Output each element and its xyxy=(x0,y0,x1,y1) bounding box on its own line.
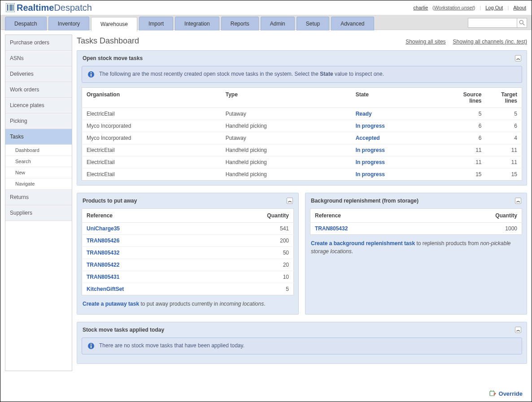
tab-advanced[interactable]: Advanced xyxy=(331,17,374,30)
reference-link[interactable]: TRAN805432 xyxy=(87,250,119,256)
panel-applied-today: Stock move tasks applied today ︽ There a… xyxy=(77,322,527,364)
about-link[interactable]: About xyxy=(513,5,526,10)
table-row: KitchenGiftSet5 xyxy=(82,283,294,295)
col-source-lines: Source lines xyxy=(450,88,486,108)
cell-type: Handheld picking xyxy=(221,144,351,156)
create-replenishment-task-link[interactable]: Create a background replenishment task xyxy=(311,240,415,246)
page-title: Tasks Dashboard xyxy=(77,36,139,46)
override-button[interactable]: Override xyxy=(489,389,523,398)
cell-org: ElectricEtail xyxy=(82,108,221,120)
table-row: TRAN80543110 xyxy=(82,271,294,283)
sidebar-sub-dashboard[interactable]: Dashboard xyxy=(5,145,72,156)
separator: | xyxy=(507,5,509,10)
cell-qty: 200 xyxy=(209,235,294,247)
putaway-note: Create a putaway task to put away produc… xyxy=(82,295,294,310)
sidebar-sub-search[interactable]: Search xyxy=(5,156,72,167)
cell-qty: 541 xyxy=(209,223,294,235)
cell-ref: TRAN805432 xyxy=(82,247,209,259)
reference-link[interactable]: TRAN805422 xyxy=(87,262,119,268)
table-row: UniCharge35541 xyxy=(82,223,294,235)
logo[interactable]: RealtimeDespatch xyxy=(6,3,92,13)
col-quantity: Quantity xyxy=(209,209,294,223)
sidebar-sub-new[interactable]: New xyxy=(5,167,72,178)
state-link[interactable]: Accepted xyxy=(356,135,380,141)
col-reference: Reference xyxy=(82,209,209,223)
sidebar: Purchase ordersASNsDeliveriesWork orders… xyxy=(5,35,72,371)
state-link[interactable]: In progress xyxy=(356,147,385,153)
info-text: There are no stock move tasks that have … xyxy=(99,342,244,349)
search-input[interactable] xyxy=(468,18,517,28)
panel-title: Open stock move tasks xyxy=(83,55,143,61)
cell-type: Putaway xyxy=(221,108,351,120)
user-link[interactable]: charlie xyxy=(414,5,428,10)
panel-title: Stock move tasks applied today xyxy=(83,327,164,333)
state-link[interactable]: Ready xyxy=(356,111,372,117)
tab-warehouse[interactable]: Warehouse xyxy=(91,17,137,31)
tab-integration[interactable]: Integration xyxy=(175,17,219,30)
tabbar: DespatchInventoryWarehouseImportIntegrat… xyxy=(0,15,532,30)
cell-state: Ready xyxy=(351,108,450,120)
sidebar-item-tasks[interactable]: Tasks xyxy=(5,129,72,145)
col-organisation: Organisation xyxy=(82,88,221,108)
tab-despatch[interactable]: Despatch xyxy=(5,17,47,30)
tab-reports[interactable]: Reports xyxy=(221,17,259,30)
sidebar-sub-navigate[interactable]: Navigate xyxy=(5,178,72,190)
collapse-icon[interactable]: ︽ xyxy=(515,198,521,204)
state-link[interactable]: In progress xyxy=(356,123,385,129)
col-quantity: Quantity xyxy=(432,209,522,223)
sidebar-item-suppliers[interactable]: Suppliers xyxy=(5,205,72,221)
cell-tgt: 11 xyxy=(486,156,522,169)
main-content: Tasks Dashboard Showing all sites Showin… xyxy=(77,35,527,371)
search-icon[interactable] xyxy=(517,18,527,28)
cell-type: Handheld picking xyxy=(221,156,351,169)
putaway-table: Reference Quantity UniCharge35541TRAN805… xyxy=(82,208,294,295)
tab-setup[interactable]: Setup xyxy=(297,17,329,30)
sidebar-item-picking[interactable]: Picking xyxy=(5,113,72,129)
collapse-icon[interactable]: ︽ xyxy=(515,327,521,333)
reference-link[interactable]: TRAN805426 xyxy=(87,238,119,244)
sidebar-item-returns[interactable]: Returns xyxy=(5,190,72,205)
cell-state: In progress xyxy=(351,156,450,169)
state-link[interactable]: In progress xyxy=(356,159,385,165)
cell-qty: 50 xyxy=(209,247,294,259)
cell-state: In progress xyxy=(351,120,450,132)
collapse-icon[interactable]: ︽ xyxy=(515,55,521,61)
svg-rect-2 xyxy=(9,4,9,11)
reference-link[interactable]: TRAN805432 xyxy=(315,225,348,232)
reference-link[interactable]: TRAN805431 xyxy=(87,274,119,280)
tab-admin[interactable]: Admin xyxy=(261,17,295,30)
panel-title: Background replenishment (from storage) xyxy=(311,198,419,204)
barcode-icon xyxy=(6,3,15,12)
svg-rect-4 xyxy=(13,4,13,11)
state-link[interactable]: In progress xyxy=(356,171,385,177)
logout-link[interactable]: Log Out xyxy=(485,5,503,10)
table-row: TRAN80542220 xyxy=(82,259,294,271)
cell-state: In progress xyxy=(351,169,450,181)
sidebar-item-purchase-orders[interactable]: Purchase orders xyxy=(5,35,72,51)
cell-type: Handheld picking xyxy=(221,120,351,132)
cell-ref: TRAN805422 xyxy=(82,259,209,271)
cell-src: 11 xyxy=(450,144,486,156)
cell-org: ElectricEtail xyxy=(82,144,221,156)
reference-link[interactable]: KitchenGiftSet xyxy=(87,286,124,292)
cell-ref: KitchenGiftSet xyxy=(82,283,209,295)
sidebar-item-work-orders[interactable]: Work orders xyxy=(5,82,72,98)
replen-note: Create a background replenishment task t… xyxy=(310,235,522,257)
col-target-lines: Target lines xyxy=(486,88,522,108)
tab-inventory[interactable]: Inventory xyxy=(48,17,89,30)
reference-link[interactable]: UniCharge35 xyxy=(87,225,120,232)
replen-table: Reference Quantity TRAN8054321000 xyxy=(310,208,522,235)
sidebar-item-licence-plates[interactable]: Licence plates xyxy=(5,98,72,113)
sidebar-item-asns[interactable]: ASNs xyxy=(5,51,72,66)
collapse-icon[interactable]: ︽ xyxy=(287,198,293,204)
filter-channels-link[interactable]: Showing all channels (inc. test) xyxy=(453,39,527,45)
filter-sites-link[interactable]: Showing all sites xyxy=(406,39,445,45)
sidebar-item-deliveries[interactable]: Deliveries xyxy=(5,66,72,82)
col-type: Type xyxy=(221,88,351,108)
tab-import[interactable]: Import xyxy=(139,17,173,30)
create-putaway-task-link[interactable]: Create a putaway task xyxy=(83,301,139,307)
table-row: ElectricEtailHandheld pickingIn progress… xyxy=(82,169,522,181)
cell-ref: UniCharge35 xyxy=(82,223,209,235)
col-state: State xyxy=(351,88,450,108)
cell-qty: 20 xyxy=(209,259,294,271)
